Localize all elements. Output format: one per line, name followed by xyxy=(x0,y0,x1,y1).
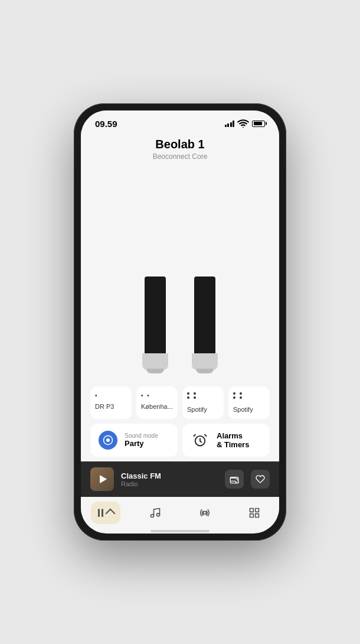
quick-label-kobenhavn: Københa... xyxy=(141,403,173,410)
favorite-button[interactable] xyxy=(251,470,270,489)
quick-item-dr-p3[interactable]: • DR P3 xyxy=(90,386,132,419)
svg-rect-10 xyxy=(250,514,254,518)
nav-grid[interactable] xyxy=(240,502,269,524)
svg-rect-8 xyxy=(250,509,254,512)
cast-button[interactable] xyxy=(225,470,244,489)
pause-bar-right xyxy=(102,509,103,517)
now-playing-actions xyxy=(225,470,270,489)
multiroom-icon xyxy=(199,507,211,519)
speaker-body-left xyxy=(145,277,166,353)
alarm-icon xyxy=(191,431,210,450)
device-title: Beolab 1 xyxy=(93,138,267,151)
main-content: Beolab 1 Beoconnect Core • DR P3 xyxy=(81,132,279,461)
svg-point-5 xyxy=(151,515,154,518)
speaker-right xyxy=(192,277,218,370)
bottom-nav xyxy=(81,497,279,528)
wifi-icon xyxy=(237,118,249,129)
home-indicator xyxy=(150,530,210,532)
status-icons xyxy=(225,118,266,129)
sound-mode-label-main: Party xyxy=(125,439,158,448)
nav-multiroom[interactable] xyxy=(190,502,220,524)
quick-access-grid: • DR P3 • • Københa... Spotify xyxy=(81,382,279,424)
svg-point-2 xyxy=(106,438,110,442)
alarms-text: Alarms & Timers xyxy=(217,431,249,449)
phone-shell: 09.59 Beolab 1 Beoc xyxy=(74,103,286,541)
now-playing-subtitle: Radio xyxy=(121,480,218,487)
quick-label-spotify-1: Spotify xyxy=(187,406,207,413)
alarms-label-main: & Timers xyxy=(217,440,249,449)
grid-icon xyxy=(248,507,260,519)
quick-label-spotify-2: Spotify xyxy=(233,406,253,413)
status-bar: 09.59 xyxy=(81,110,279,132)
speaker-area xyxy=(81,165,279,382)
alarms-label-small: Alarms xyxy=(217,431,249,440)
quick-dot-spotify-1 xyxy=(187,392,198,399)
phone-screen: 09.59 Beolab 1 Beoc xyxy=(81,110,279,534)
speaker-left xyxy=(142,277,168,370)
music-note-icon xyxy=(149,507,161,519)
pause-icon xyxy=(98,509,103,517)
now-playing-info: Classic FM Radio xyxy=(121,471,218,487)
sound-mode-label-small: Sound mode xyxy=(125,432,158,439)
quick-label-dr-p3: DR P3 xyxy=(95,403,114,410)
now-playing-title: Classic FM xyxy=(121,471,218,480)
nav-play-pause[interactable] xyxy=(91,502,120,524)
svg-rect-9 xyxy=(256,509,259,512)
nav-music[interactable] xyxy=(140,502,170,524)
quick-item-kobenhavn[interactable]: • • Københa... xyxy=(136,386,178,419)
quick-dot-kobenhavn: • • xyxy=(141,392,150,399)
device-subtitle: Beoconnect Core xyxy=(93,152,267,161)
quick-item-spotify-2[interactable]: Spotify xyxy=(228,386,270,419)
quick-dot-dr-p3: • xyxy=(95,392,99,399)
quick-dot-spotify-2 xyxy=(233,392,244,399)
now-playing-thumbnail xyxy=(90,467,114,491)
signal-icon xyxy=(225,121,235,127)
pause-bar-left xyxy=(98,509,100,517)
play-icon xyxy=(100,475,107,483)
alarms-button[interactable]: Alarms & Timers xyxy=(182,424,270,457)
action-buttons: Sound mode Party Alarms xyxy=(81,424,279,461)
sound-mode-icon xyxy=(99,431,117,450)
speaker-body-right xyxy=(194,277,215,353)
svg-point-7 xyxy=(204,512,207,515)
sound-mode-text: Sound mode Party xyxy=(125,432,158,448)
svg-point-6 xyxy=(157,513,160,516)
device-header: Beolab 1 Beoconnect Core xyxy=(81,132,279,165)
battery-icon xyxy=(252,121,265,127)
status-time: 09.59 xyxy=(95,119,117,129)
now-playing-bar[interactable]: Classic FM Radio xyxy=(81,461,279,497)
svg-point-0 xyxy=(243,127,244,128)
speaker-base-left xyxy=(142,353,168,370)
quick-item-spotify-1[interactable]: Spotify xyxy=(182,386,224,419)
speaker-base-right xyxy=(192,353,218,370)
chevron-up-icon xyxy=(105,509,115,519)
sound-mode-button[interactable]: Sound mode Party xyxy=(90,424,178,457)
svg-rect-11 xyxy=(256,514,259,518)
